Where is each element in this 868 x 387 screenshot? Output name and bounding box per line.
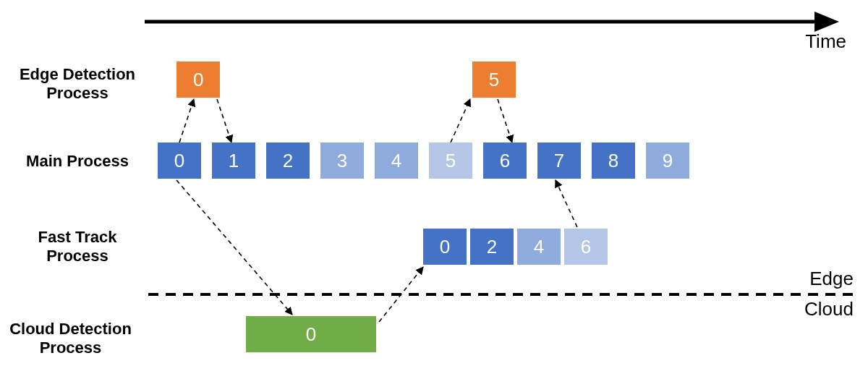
main-block-0: 0 bbox=[158, 143, 201, 179]
arrow-main0-to-cloud0 bbox=[176, 180, 292, 315]
main-block-1: 1 bbox=[212, 143, 255, 179]
label-edge-detection-process: Edge DetectionProcess bbox=[16, 65, 139, 103]
main-block-7: 7 bbox=[537, 143, 581, 179]
fast-track-block-4: 4 bbox=[517, 229, 561, 265]
main-block-8: 8 bbox=[592, 143, 635, 179]
arrow-main0-to-edge0 bbox=[179, 99, 194, 143]
arrow-cloud0-to-fast0 bbox=[379, 267, 423, 322]
main-block-3: 3 bbox=[320, 143, 364, 179]
main-block-4: 4 bbox=[375, 143, 418, 179]
zone-label-edge: Edge bbox=[809, 268, 854, 290]
main-block-9: 9 bbox=[646, 143, 689, 179]
main-block-6: 6 bbox=[483, 143, 527, 179]
arrow-main5-to-edge5 bbox=[451, 99, 470, 143]
arrow-edge0-to-main1 bbox=[217, 99, 231, 143]
fast-track-block-2: 2 bbox=[470, 229, 514, 265]
main-block-5: 5 bbox=[429, 143, 472, 179]
svg-marker-1 bbox=[814, 12, 839, 32]
edge-detection-block-0: 0 bbox=[176, 61, 220, 98]
fast-track-block-0: 0 bbox=[423, 229, 467, 265]
time-axis-label: Time bbox=[805, 30, 846, 53]
arrow-edge5-to-main6 bbox=[498, 99, 512, 143]
diagram-canvas: { "axis": { "label": "Time" }, "zones": … bbox=[0, 0, 868, 387]
label-main-process: Main Process bbox=[16, 152, 139, 171]
fast-track-block-6: 6 bbox=[564, 229, 608, 265]
edge-detection-block-5: 5 bbox=[472, 61, 516, 98]
cloud-detection-block-0: 0 bbox=[246, 316, 376, 352]
label-fast-track-process: Fast TrackProcess bbox=[16, 228, 139, 266]
label-cloud-detection-process: Cloud DetectionProcess bbox=[0, 320, 141, 358]
arrow-fast6-to-main7 bbox=[556, 180, 577, 227]
zone-label-cloud: Cloud bbox=[804, 298, 854, 320]
main-block-2: 2 bbox=[266, 143, 310, 179]
